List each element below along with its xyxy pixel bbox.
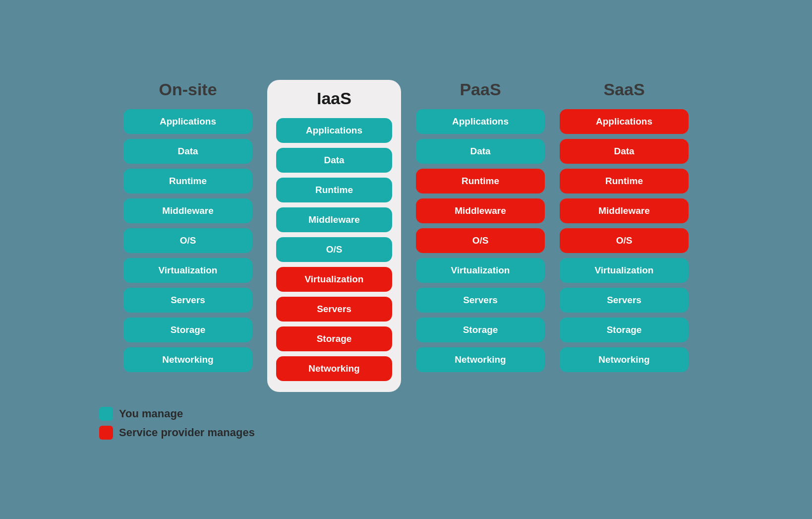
item-badge-applications-saas: Applications (560, 109, 689, 134)
diagram-area: On-siteApplicationsDataRuntimeMiddleware… (10, 80, 802, 440)
column-header-saas: SaaS (603, 80, 644, 99)
item-badge-applications-paas: Applications (416, 109, 545, 134)
legend-item-provider-manages: Service provider manages (99, 426, 255, 440)
item-badge-middleware-iaas: Middleware (276, 207, 392, 232)
item-badge-servers-paas: Servers (416, 288, 545, 313)
main-container: On-siteApplicationsDataRuntimeMiddleware… (0, 0, 812, 519)
item-badge-runtime-onsite: Runtime (123, 169, 252, 194)
column-iaas: IaaSApplicationsDataRuntimeMiddlewareO/S… (267, 80, 401, 392)
item-badge-storage-saas: Storage (560, 318, 689, 342)
legend-dot-provider-manages (99, 426, 113, 440)
item-badge-applications-iaas: Applications (276, 118, 392, 143)
item-badge-servers-iaas: Servers (276, 297, 392, 322)
item-badge-data-iaas: Data (276, 148, 392, 173)
column-onsite: On-siteApplicationsDataRuntimeMiddleware… (123, 80, 252, 372)
item-badge-data-onsite: Data (123, 139, 252, 164)
column-header-iaas: IaaS (317, 89, 351, 108)
legend-item-you-manage: You manage (99, 407, 255, 421)
item-badge-networking-paas: Networking (416, 347, 545, 372)
item-badge-storage-iaas: Storage (276, 326, 392, 351)
item-badge-runtime-saas: Runtime (560, 169, 689, 194)
item-badge-virtualization-paas: Virtualization (416, 258, 545, 283)
item-badge-virtualization-saas: Virtualization (560, 258, 689, 283)
item-badge-runtime-iaas: Runtime (276, 178, 392, 202)
item-badge-applications-onsite: Applications (123, 109, 252, 134)
item-badge-o-s-onsite: O/S (123, 228, 252, 253)
item-badge-middleware-saas: Middleware (560, 198, 689, 223)
legend-dot-you-manage (99, 407, 113, 421)
column-header-paas: PaaS (460, 80, 501, 99)
item-badge-storage-paas: Storage (416, 318, 545, 342)
item-badge-middleware-paas: Middleware (416, 198, 545, 223)
items-list-iaas: ApplicationsDataRuntimeMiddlewareO/SVirt… (276, 118, 392, 381)
items-list-paas: ApplicationsDataRuntimeMiddlewareO/SVirt… (416, 109, 545, 372)
columns-wrapper: On-siteApplicationsDataRuntimeMiddleware… (123, 80, 689, 392)
items-list-saas: ApplicationsDataRuntimeMiddlewareO/SVirt… (560, 109, 689, 372)
column-header-onsite: On-site (159, 80, 217, 99)
item-badge-middleware-onsite: Middleware (123, 198, 252, 223)
legend-container: You manageService provider manages (99, 407, 255, 440)
column-paas: PaaSApplicationsDataRuntimeMiddlewareO/S… (416, 80, 545, 372)
item-badge-networking-saas: Networking (560, 347, 689, 372)
item-badge-servers-saas: Servers (560, 288, 689, 313)
item-badge-virtualization-iaas: Virtualization (276, 267, 392, 292)
item-badge-o-s-paas: O/S (416, 228, 545, 253)
item-badge-data-saas: Data (560, 139, 689, 164)
item-badge-networking-iaas: Networking (276, 356, 392, 381)
legend-label-you-manage: You manage (119, 407, 183, 420)
item-badge-runtime-paas: Runtime (416, 169, 545, 194)
item-badge-storage-onsite: Storage (123, 318, 252, 342)
item-badge-o-s-iaas: O/S (276, 237, 392, 262)
item-badge-networking-onsite: Networking (123, 347, 252, 372)
column-saas: SaaSApplicationsDataRuntimeMiddlewareO/S… (560, 80, 689, 372)
item-badge-virtualization-onsite: Virtualization (123, 258, 252, 283)
item-badge-o-s-saas: O/S (560, 228, 689, 253)
item-badge-servers-onsite: Servers (123, 288, 252, 313)
legend-label-provider-manages: Service provider manages (119, 426, 255, 439)
items-list-onsite: ApplicationsDataRuntimeMiddlewareO/SVirt… (123, 109, 252, 372)
item-badge-data-paas: Data (416, 139, 545, 164)
